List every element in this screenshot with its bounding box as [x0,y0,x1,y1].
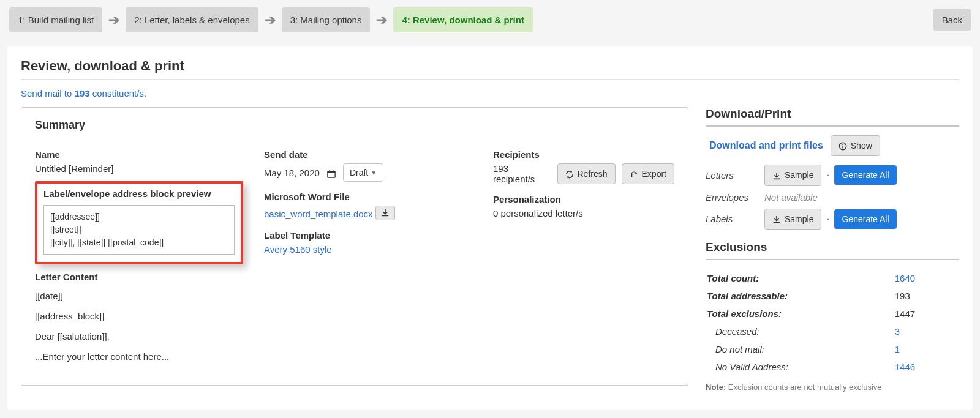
col-recipients: Recipients 193 recipient/s Refresh Expor… [493,149,674,367]
step-1[interactable]: 1: Build mailing list [9,7,102,32]
divider [706,125,959,127]
arrow-icon: ➔ [108,12,119,28]
refresh-label: Refresh [578,169,608,179]
refresh-icon [565,169,574,179]
labels-row-label: Labels [706,214,760,224]
svg-rect-6 [842,146,843,148]
svg-rect-4 [382,215,389,217]
col-send: Send date May 18, 2020 Draft ▼ Microsoft… [264,149,484,367]
letters-sample-button[interactable]: Sample [764,165,821,185]
preview-label: Label/envelope address block preview [43,188,235,199]
svg-rect-8 [774,178,780,179]
svg-rect-9 [774,222,780,223]
envelopes-row-label: Envelopes [706,192,760,203]
name-label: Name [35,149,255,160]
preview-box: [[addressee]] [[street]] [[city]], [[sta… [43,205,235,255]
divider [21,79,959,80]
download-print-files-link[interactable]: Download and print files [709,140,823,151]
back-button[interactable]: Back [933,9,971,31]
table-row: Total addressable: 193 [707,288,958,304]
download-icon [772,170,781,180]
svg-rect-3 [333,170,333,171]
total-exclusions-label: Total exclusions: [707,305,873,322]
labels-sample-button[interactable]: Sample [764,209,821,230]
note-text: Exclusion counts are not mutually exclus… [726,383,881,392]
letters-row-label: Letters [706,170,760,181]
label-template-link[interactable]: Avery 5160 style [264,244,332,255]
personalization-value: 0 personalized letter/s [493,208,674,218]
total-addressable-label: Total addressable: [707,288,873,304]
chevron-down-icon: ▼ [371,170,377,176]
preview-line: [[city]], [[state]] [[postal_code]] [50,236,228,249]
summary-card: Summary Name Untitled [Reminder] Label/e… [21,107,688,386]
preview-line: [[addressee]] [50,211,228,223]
send-mail-suffix: constituent/s. [90,88,147,99]
show-button[interactable]: Show [831,135,880,156]
table-row: Do not mail: 1 [707,341,958,357]
dnm-value[interactable]: 1 [895,344,900,354]
arrow-icon: ➔ [376,12,387,28]
exclusions-heading: Exclusions [706,241,959,254]
status-dropdown[interactable]: Draft ▼ [343,163,383,182]
dnm-label: Do not mail: [707,341,873,357]
sample-label: Sample [785,170,813,180]
step-4-active[interactable]: 4: Review, download & print [393,7,532,32]
send-mail-count: 193 [75,88,90,99]
exclusions-table: Total count: 1640 Total addressable: 193… [706,269,959,376]
table-row: No Valid Address: 1446 [707,359,958,375]
table-row: Total exclusions: 1447 [707,305,958,322]
preview-line: [[street]] [50,223,228,236]
info-icon [839,141,847,151]
note-label: Note: [706,383,726,392]
nva-value[interactable]: 1446 [895,362,915,372]
page-panel: Review, download & print Send mail to 19… [7,46,973,410]
page-title: Review, download & print [21,58,959,74]
divider [35,138,674,138]
export-button[interactable]: Export [622,163,674,184]
svg-rect-2 [329,170,330,171]
step-3[interactable]: 3: Mailing options [282,7,371,32]
refresh-button[interactable]: Refresh [557,163,616,184]
export-icon [630,169,638,179]
export-label: Export [642,169,666,179]
letter-line: Dear [[salutation]], [35,326,255,346]
table-row: Deceased: 3 [707,323,958,340]
download-heading: Download/Print [706,107,959,121]
total-exclusions-value: 1447 [874,305,958,322]
total-addressable-value: 193 [874,288,958,304]
send-date-label: Send date [264,149,484,160]
label-template-label: Label Template [264,230,484,241]
send-mail-prefix: Send mail to [21,88,75,99]
calendar-icon[interactable] [327,167,336,177]
address-preview-highlight: Label/envelope address block preview [[a… [35,181,243,264]
send-date-value: May 18, 2020 [264,168,320,178]
side-panel: Download/Print Download and print files … [706,107,959,392]
letters-generate-button[interactable]: Generate All [834,165,896,185]
personalization-label: Personalization [493,194,674,204]
show-label: Show [851,141,872,151]
exclusions-note: Note: Exclusion counts are not mutually … [706,383,959,392]
nva-label: No Valid Address: [707,359,873,375]
word-file-link[interactable]: basic_word_template.docx [264,209,373,219]
total-count-label: Total count: [707,270,873,286]
letter-line: ...Enter your letter content here... [35,346,255,367]
download-icon [772,214,781,224]
divider [706,259,959,260]
sample-label: Sample [785,214,813,224]
wizard-steps-bar: 1: Build mailing list ➔ 2: Letter, label… [0,0,980,40]
labels-generate-button[interactable]: Generate All [834,209,896,229]
letter-content-label: Letter Content [35,272,255,282]
col-name: Name Untitled [Reminder] Label/envelope … [35,149,255,367]
svg-rect-1 [328,171,335,173]
send-mail-link[interactable]: Send mail to 193 constituent/s. [21,88,959,99]
total-count-value[interactable]: 1640 [895,273,915,283]
table-row: Total count: 1640 [707,270,958,286]
download-word-button[interactable] [375,206,395,220]
deceased-value[interactable]: 3 [895,326,900,337]
recipients-value: 193 recipient/s [493,163,551,184]
envelopes-not-available: Not available [764,192,959,203]
arrow-icon: ➔ [265,12,276,28]
letter-line: [[date]] [35,286,255,306]
deceased-label: Deceased: [707,323,873,340]
step-2[interactable]: 2: Letter, labels & envelopes [126,7,258,32]
